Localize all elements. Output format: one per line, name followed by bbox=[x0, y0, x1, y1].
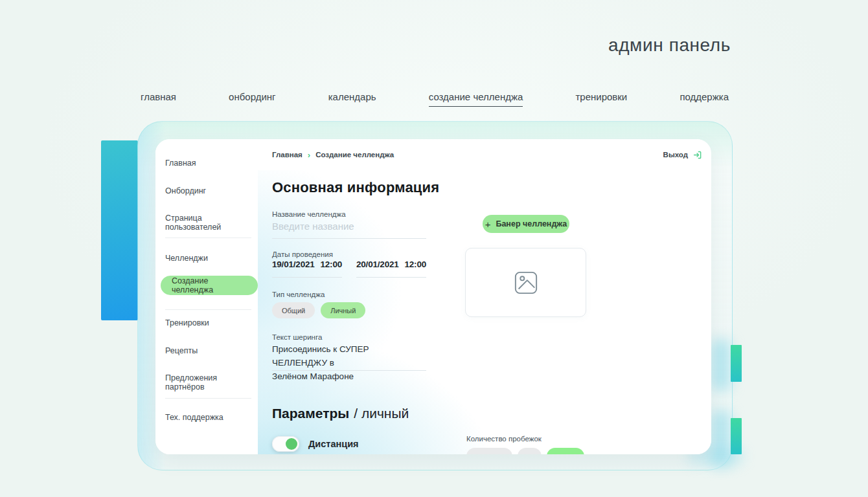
sidebar: Главная Онбординг Страница пользователей… bbox=[155, 139, 258, 454]
distance-label: Дистанция bbox=[308, 439, 359, 449]
sidebar-divider bbox=[165, 398, 251, 399]
challenge-name-label: Название челленджа bbox=[272, 210, 346, 218]
nav-item-glavnaya[interactable]: главная bbox=[141, 91, 176, 106]
end-date-input[interactable]: 20/01/2021 12:00 bbox=[356, 260, 426, 278]
distance-toggle[interactable] bbox=[272, 436, 299, 452]
end-time-value: 12:00 bbox=[404, 260, 426, 277]
start-date-input[interactable]: 19/01/2021 12:00 bbox=[272, 260, 342, 278]
params-title-suffix: / личный bbox=[354, 406, 409, 421]
logout-label: Выход bbox=[663, 151, 688, 159]
params-title-bold: Параметры bbox=[272, 406, 349, 421]
dates-label: Даты проведения bbox=[272, 250, 333, 258]
challenge-type-chips: Общий Личный bbox=[272, 302, 365, 318]
form-content: Основная информация Название челленджа В… bbox=[258, 170, 711, 454]
admin-card: Главная Онбординг Страница пользователей… bbox=[155, 139, 711, 454]
sidebar-item-trenirovki[interactable]: Тренировки bbox=[165, 318, 209, 327]
admin-panel-page: админ панель главная онбординг календарь… bbox=[0, 0, 868, 497]
nav-item-sozdanie-chellendzha[interactable]: создание челленджа bbox=[429, 91, 523, 107]
top-nav: главная онбординг календарь создание чел… bbox=[141, 91, 729, 107]
decorative-gradient-bar-right-top bbox=[731, 345, 742, 382]
sidebar-item-tekh-podderzhka[interactable]: Тех. поддержка bbox=[165, 413, 223, 422]
type-chip-lichnyy-selected[interactable]: Личный bbox=[321, 302, 365, 318]
breadcrumb-separator-icon: › bbox=[308, 151, 310, 159]
decorative-gradient-bar-right-bottom bbox=[731, 418, 742, 454]
distance-toggle-row: Дистанция bbox=[272, 436, 359, 452]
plus-icon: + bbox=[485, 219, 491, 229]
sidebar-divider bbox=[165, 309, 251, 310]
sidebar-item-onboarding[interactable]: Онбординг bbox=[165, 186, 206, 195]
params-section-title: Параметры/ личный bbox=[272, 406, 409, 421]
logout-icon bbox=[692, 150, 702, 160]
banner-upload-placeholder[interactable] bbox=[465, 248, 586, 317]
topbar: Главная › Создание челленджа Выход bbox=[258, 139, 711, 170]
nav-item-kalendar[interactable]: календарь bbox=[328, 91, 376, 106]
sidebar-item-chellendzhi[interactable]: Челленджи bbox=[165, 254, 208, 263]
logout-button[interactable]: Выход bbox=[663, 150, 702, 160]
sharing-text-input[interactable]: Присоединись к СУПЕР ЧЕЛЛЕНДЖУ в Зелёном… bbox=[272, 342, 426, 371]
breadcrumb: Главная › Создание челленджа bbox=[272, 151, 394, 159]
start-date-value: 19/01/2021 bbox=[272, 260, 315, 277]
type-chip-obshchiy[interactable]: Общий bbox=[272, 302, 315, 318]
image-placeholder-icon bbox=[514, 271, 538, 295]
nav-item-podderzhka[interactable]: поддержка bbox=[680, 91, 729, 106]
sidebar-divider bbox=[165, 237, 251, 238]
breadcrumb-item-current: Создание челленджа bbox=[315, 151, 394, 159]
sidebar-item-stranitsa-polzovateley[interactable]: Страница пользователей bbox=[165, 214, 258, 232]
sidebar-item-retsepty[interactable]: Рецепты bbox=[165, 346, 198, 355]
add-banner-label: Банер челленджа bbox=[496, 219, 567, 228]
runs-count-chips bbox=[466, 448, 584, 454]
sidebar-item-sozdanie-chellendzha-active[interactable]: Создание челленджа bbox=[161, 276, 258, 295]
sidebar-item-predlozheniya-partnerov[interactable]: Предложения партнёров bbox=[165, 373, 258, 392]
challenge-name-input[interactable]: Введите название bbox=[272, 221, 426, 239]
page-title: админ панель bbox=[608, 35, 731, 56]
runs-count-chip[interactable] bbox=[466, 448, 512, 454]
decorative-glow-right-top bbox=[711, 339, 731, 391]
nav-item-onboarding[interactable]: онбординг bbox=[229, 91, 275, 106]
nav-item-trenirovki[interactable]: тренировки bbox=[575, 91, 627, 106]
toggle-knob bbox=[286, 438, 297, 450]
runs-count-chip-selected[interactable] bbox=[547, 448, 584, 454]
end-date-value: 20/01/2021 bbox=[356, 260, 399, 277]
decorative-gradient-bar-left bbox=[101, 140, 138, 320]
runs-count-chip[interactable] bbox=[518, 448, 542, 454]
sidebar-item-glavnaya[interactable]: Главная bbox=[165, 159, 196, 168]
challenge-type-label: Тип челленджа bbox=[272, 291, 325, 298]
section-title: Основная информация bbox=[272, 179, 439, 196]
breadcrumb-item-glavnaya[interactable]: Главная bbox=[272, 151, 303, 159]
start-time-value: 12:00 bbox=[320, 260, 342, 277]
runs-count-label: Количество пробежок bbox=[466, 435, 542, 443]
main-panel: Главная › Создание челленджа Выход Основ… bbox=[258, 139, 711, 454]
add-banner-button[interactable]: + Банер челленджа bbox=[483, 215, 569, 233]
sharing-text-label: Текст шеринга bbox=[272, 333, 322, 341]
